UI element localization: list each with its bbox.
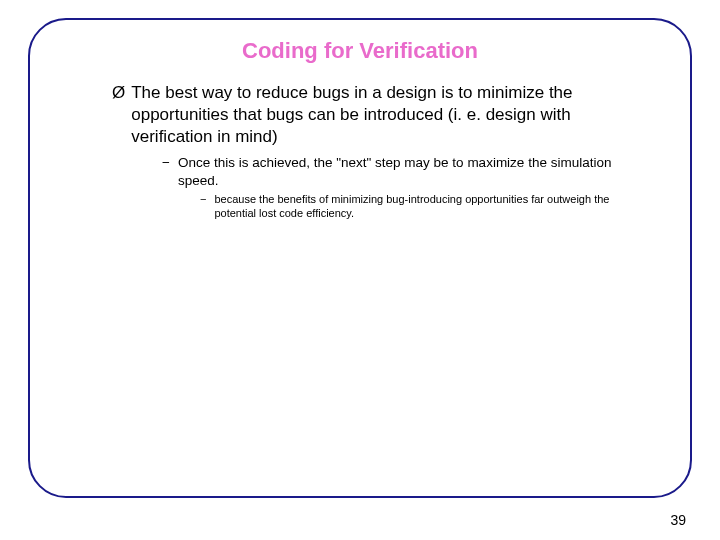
bullet-level-2: − Once this is achieved, the "next" step…: [162, 154, 650, 189]
bullet-marker-l3: −: [200, 193, 206, 221]
page-number: 39: [670, 512, 686, 528]
bullet-marker-l2: −: [162, 154, 170, 189]
bullet-level-3: − because the benefits of minimizing bug…: [200, 193, 650, 221]
bullet-text-l2: Once this is achieved, the "next" step m…: [178, 154, 650, 189]
bullet-text-l1: The best way to reduce bugs in a design …: [131, 82, 650, 148]
bullet-text-l3: because the benefits of minimizing bug-i…: [214, 193, 650, 221]
slide-title: Coding for Verification: [60, 38, 660, 64]
bullet-marker-l1: Ø: [112, 82, 125, 148]
slide-frame: Coding for Verification Ø The best way t…: [28, 18, 692, 498]
bullet-level-1: Ø The best way to reduce bugs in a desig…: [112, 82, 650, 148]
